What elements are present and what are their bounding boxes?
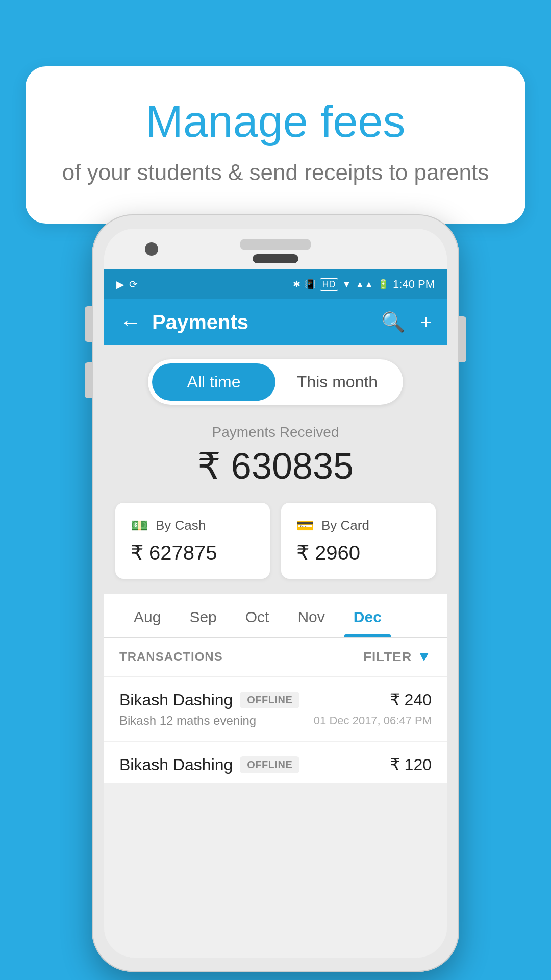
tx-bottom-1: Bikash 12 maths evening 01 Dec 2017, 06:… [119, 714, 432, 728]
phone-speaker [240, 239, 311, 250]
table-row: Bikash Dashing OFFLINE ₹ 240 Bikash 12 m… [104, 677, 447, 742]
tx-name-row-1: Bikash Dashing OFFLINE [119, 691, 299, 709]
signal-icon: ▲▲ [355, 279, 373, 290]
bt-icon: ✱ [293, 279, 300, 290]
battery-icon: 🔋 [378, 279, 389, 290]
tab-nov[interactable]: Nov [283, 594, 339, 637]
search-button[interactable]: 🔍 [381, 311, 405, 333]
payments-amount: ₹ 630835 [119, 445, 432, 487]
phone-outer: ▶ ⟳ ✱ 📳 HD ▼ ▲▲ 🔋 1:40 PM ← Payments [92, 214, 459, 972]
phone-inner: ▶ ⟳ ✱ 📳 HD ▼ ▲▲ 🔋 1:40 PM ← Payments [104, 229, 447, 958]
tx-name-1: Bikash Dashing [119, 691, 233, 709]
this-month-tab[interactable]: This month [276, 363, 399, 401]
tab-dec[interactable]: Dec [339, 594, 396, 637]
transactions-header: TRANSACTIONS FILTER ▼ [104, 638, 447, 677]
card-icon: 💳 [296, 517, 314, 534]
tab-sep[interactable]: Sep [175, 594, 231, 637]
tx-date-1: 01 Dec 2017, 06:47 PM [314, 714, 432, 727]
payment-cards: 💵 By Cash ₹ 627875 💳 By Card ₹ 2960 [104, 503, 447, 594]
status-right: ✱ 📳 HD ▼ ▲▲ 🔋 1:40 PM [293, 278, 435, 291]
tab-oct[interactable]: Oct [231, 594, 284, 637]
table-row: Bikash Dashing OFFLINE ₹ 120 [104, 742, 447, 783]
phone-hardware [104, 229, 447, 270]
back-button[interactable]: ← [119, 309, 142, 335]
phone-earpiece [253, 254, 298, 263]
app-title: Payments [152, 311, 381, 334]
sync-icon: ⟳ [129, 278, 138, 290]
wifi-icon: ▼ [342, 279, 352, 290]
tx-sub-1: Bikash 12 maths evening [119, 714, 256, 728]
cash-label: By Cash [156, 518, 206, 533]
tab-aug[interactable]: Aug [119, 594, 175, 637]
by-card-card: 💳 By Card ₹ 2960 [281, 503, 436, 579]
tx-amount-2: ₹ 120 [390, 755, 432, 774]
cash-icon: 💵 [131, 517, 148, 534]
payments-label: Payments Received [119, 424, 432, 440]
app-bar: ← Payments 🔍 + [104, 299, 447, 345]
add-button[interactable]: + [420, 311, 432, 333]
hd-badge: HD [320, 278, 338, 291]
cash-card-header: 💵 By Cash [131, 517, 255, 534]
tx-top-2: Bikash Dashing OFFLINE ₹ 120 [119, 755, 432, 774]
status-bar: ▶ ⟳ ✱ 📳 HD ▼ ▲▲ 🔋 1:40 PM [104, 270, 447, 299]
play-icon: ▶ [116, 278, 124, 290]
toggle-pill: All time This month [148, 359, 403, 405]
month-tabs: Aug Sep Oct Nov Dec [104, 594, 447, 638]
hero-card: Manage fees of your students & send rece… [26, 66, 525, 224]
card-card-header: 💳 By Card [296, 517, 420, 534]
time: 1:40 PM [393, 278, 435, 291]
card-amount: ₹ 2960 [296, 541, 420, 565]
screen-content: All time This month Payments Received ₹ … [104, 345, 447, 958]
hero-subtitle: of your students & send receipts to pare… [61, 157, 490, 188]
toggle-section: All time This month [104, 345, 447, 419]
phone-camera [145, 242, 158, 256]
phone-mockup: ▶ ⟳ ✱ 📳 HD ▼ ▲▲ 🔋 1:40 PM ← Payments [92, 214, 459, 972]
tx-badge-2: OFFLINE [240, 756, 299, 773]
by-cash-card: 💵 By Cash ₹ 627875 [115, 503, 270, 579]
filter-button[interactable]: FILTER ▼ [363, 649, 432, 665]
transactions-label: TRANSACTIONS [119, 650, 223, 664]
app-bar-actions: 🔍 + [381, 311, 432, 333]
filter-label: FILTER [363, 649, 412, 665]
tx-name-row-2: Bikash Dashing OFFLINE [119, 755, 299, 774]
tx-name-2: Bikash Dashing [119, 755, 233, 774]
hero-title: Manage fees [61, 97, 490, 146]
tx-badge-1: OFFLINE [240, 692, 299, 708]
card-label: By Card [321, 518, 369, 533]
tx-amount-1: ₹ 240 [390, 690, 432, 709]
payments-section: Payments Received ₹ 630835 [104, 419, 447, 503]
vibrate-icon: 📳 [305, 279, 316, 290]
cash-amount: ₹ 627875 [131, 541, 255, 565]
status-left: ▶ ⟳ [116, 278, 138, 290]
filter-icon: ▼ [417, 649, 432, 665]
tx-top-1: Bikash Dashing OFFLINE ₹ 240 [119, 690, 432, 709]
all-time-tab[interactable]: All time [152, 363, 276, 401]
